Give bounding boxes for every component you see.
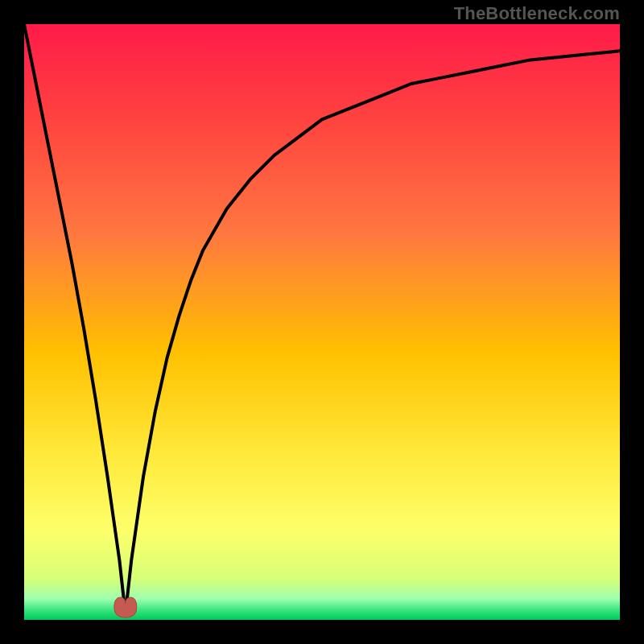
chart-frame: TheBottleneck.com xyxy=(0,0,644,644)
gradient-background xyxy=(24,24,620,620)
plot-area xyxy=(24,24,620,620)
bottleneck-chart xyxy=(24,24,620,620)
attribution-watermark: TheBottleneck.com xyxy=(454,3,620,24)
